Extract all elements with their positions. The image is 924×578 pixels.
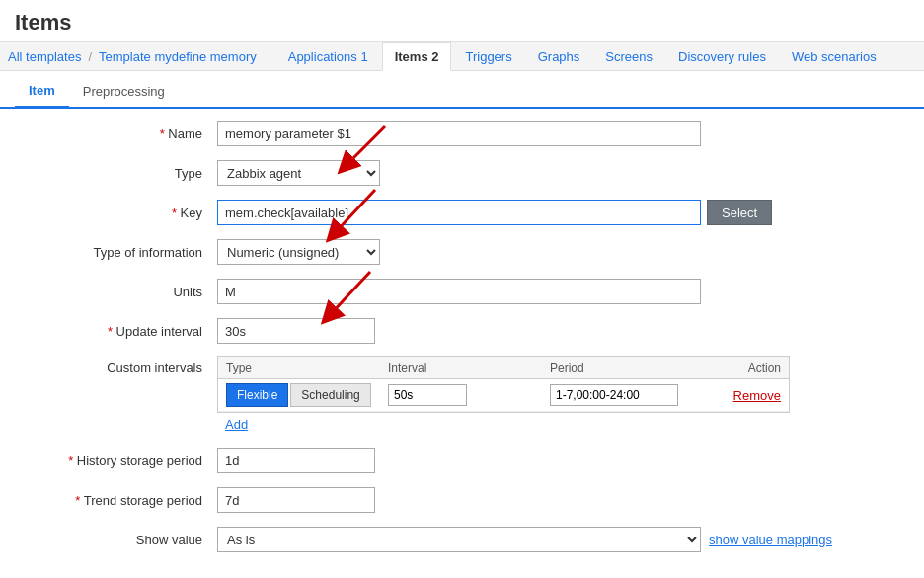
ci-period-input[interactable] [550,384,678,406]
tab-graphs[interactable]: Graphs [526,43,592,70]
page-title: Items [0,0,924,42]
tab-items[interactable]: Items 2 [382,42,452,71]
type-row: Type Zabbix agent [20,158,904,188]
type-info-label: Type of information [20,245,217,260]
ci-row-1: Flexible Scheduling Remove [218,379,789,412]
name-row: Name [20,119,904,148]
ci-type-buttons: Flexible Scheduling [226,383,380,407]
ci-col-type: Type [226,361,388,374]
tab-triggers[interactable]: Triggers [453,43,523,70]
name-input[interactable] [217,121,701,146]
show-value-mappings-link[interactable]: show value mappings [709,533,832,547]
ci-interval-input[interactable] [388,384,467,406]
tab-discovery-rules[interactable]: Discovery rules [666,43,778,70]
type-info-select[interactable]: Numeric (unsigned) [217,239,380,265]
custom-intervals-table: Type Interval Period Action Flexible Sch… [217,356,790,413]
trend-row: Trend storage period [20,485,904,515]
breadcrumb-template[interactable]: Template mydefine memory [99,49,257,64]
trend-input[interactable] [217,487,375,513]
show-value-select[interactable]: As is [217,527,701,552]
ci-remove-button[interactable]: Remove [733,388,781,403]
update-interval-input[interactable] [217,318,375,344]
show-value-group: As is show value mappings [217,527,832,552]
breadcrumb-all-templates[interactable]: All templates [8,49,81,64]
show-value-label: Show value [20,533,217,547]
type-select[interactable]: Zabbix agent [217,160,380,186]
breadcrumb-sep1: / [88,49,92,64]
name-label: Name [20,126,217,141]
ci-interval-cell [388,384,542,406]
update-interval-row: Update interval [20,316,904,346]
ci-col-interval: Interval [388,361,550,374]
key-input-group: Select [217,200,772,225]
key-label: Key [20,206,217,220]
ci-col-period: Period [550,361,712,374]
type-label: Type [20,166,217,181]
ci-add-row: Add [217,413,790,436]
trend-label: Trend storage period [20,493,217,508]
ci-period-cell [550,384,704,406]
units-label: Units [20,285,217,299]
tab-applications[interactable]: Applications 1 [276,43,380,70]
nav-tabs-bar: All templates / Template mydefine memory… [0,42,924,71]
ci-scheduling-button[interactable]: Scheduling [290,383,370,407]
ci-action-cell: Remove [712,388,781,403]
show-value-row: Show value As is show value mappings [20,525,904,554]
ci-header: Type Interval Period Action [218,357,789,379]
units-input[interactable] [217,279,701,304]
type-info-row: Type of information Numeric (unsigned) [20,237,904,267]
tab-web-scenarios[interactable]: Web scenarios [780,43,888,70]
history-label: History storage period [20,454,217,468]
units-row: Units [20,277,904,306]
item-form: Name Type Zabbix agent Key Select Type o… [0,109,924,574]
key-input[interactable] [217,200,701,225]
custom-intervals-row: Custom intervals Type Interval Period Ac… [20,356,904,436]
custom-intervals-label: Custom intervals [20,356,217,374]
custom-intervals-table-wrap: Type Interval Period Action Flexible Sch… [217,356,790,436]
sub-tab-item[interactable]: Item [15,75,69,109]
history-input[interactable] [217,448,375,473]
key-row: Key Select [20,198,904,227]
sub-tab-preprocessing[interactable]: Preprocessing [69,75,179,107]
ci-add-button[interactable]: Add [217,413,256,436]
select-button[interactable]: Select [707,200,772,225]
ci-flexible-button[interactable]: Flexible [226,383,288,407]
ci-col-action: Action [712,361,781,374]
sub-tabs-bar: Item Preprocessing [0,75,924,109]
update-interval-label: Update interval [20,324,217,339]
tab-screens[interactable]: Screens [593,43,664,70]
history-row: History storage period [20,446,904,475]
